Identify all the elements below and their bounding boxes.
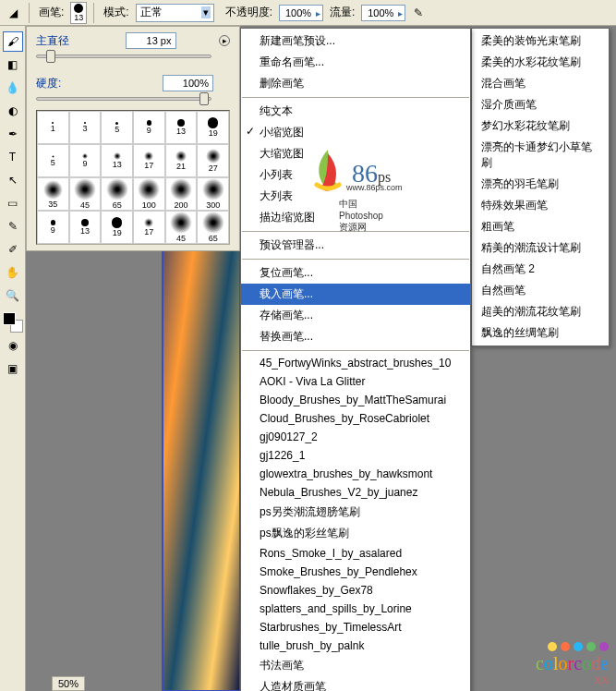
menu-item[interactable]: 载入画笔... (241, 284, 470, 305)
menu-item[interactable]: ps另类潮流翅膀笔刷 (241, 502, 470, 523)
zoom-tool[interactable]: 🔍 (3, 285, 23, 306)
menu-item[interactable]: Rons_Smoke_I_by_asalared (241, 544, 470, 563)
brush-preset[interactable]: 9 (69, 144, 102, 177)
options-bar: ◢ 画笔: 13 模式: 正常 不透明度: 100% 流量: 100% ✎ (0, 0, 616, 26)
fg-bg-swatch[interactable] (3, 312, 23, 333)
brush-preset[interactable]: 5 (37, 144, 69, 177)
menu-item[interactable]: 新建画笔预设... (241, 30, 470, 52)
flyout-menu-icon[interactable]: ▸ (219, 35, 230, 46)
brush-preset[interactable]: 19 (101, 211, 133, 244)
blur-tool[interactable]: 💧 (3, 78, 23, 98)
diameter-slider[interactable] (36, 55, 211, 58)
zoom-readout[interactable]: 50% (52, 676, 85, 691)
menu-item[interactable]: Starbrushes_by_TimelessArt (241, 618, 470, 636)
hand-tool[interactable]: ✋ (3, 262, 23, 283)
brush-preset[interactable]: 200 (165, 177, 198, 211)
menu-item[interactable]: glowextra_brushes_by_hawksmont (241, 465, 470, 483)
submenu-item[interactable]: 自然画笔 2 (472, 259, 609, 280)
menu-item[interactable]: 替换画笔... (241, 326, 470, 347)
submenu-item[interactable]: 飘逸的丝绸笔刷 (472, 322, 609, 344)
eyedropper-tool[interactable]: ✐ (3, 239, 23, 260)
menu-item[interactable]: gj1226_1 (241, 446, 470, 465)
hardness-slider[interactable] (36, 97, 211, 101)
brush-preset[interactable]: 13 (165, 111, 198, 144)
menu-item[interactable]: 复位画笔... (241, 262, 470, 284)
tool-preset-icon[interactable]: ◢ (4, 4, 22, 22)
screen-mode-icon[interactable]: ▣ (3, 358, 23, 379)
submenu-item[interactable]: 超美的潮流花纹笔刷 (472, 301, 609, 322)
menu-item[interactable]: 小列表 (241, 164, 470, 186)
brush-preset[interactable]: 13 (101, 144, 133, 177)
brush-preset[interactable]: 65 (197, 211, 229, 244)
menu-item[interactable]: 预设管理器... (241, 235, 470, 256)
brush-preset[interactable]: 19 (197, 111, 229, 144)
brush-preset[interactable]: 45 (69, 177, 102, 211)
submenu-item[interactable]: 混合画笔 (472, 73, 609, 94)
submenu-item[interactable]: 漂亮的卡通梦幻小草笔刷 (472, 137, 609, 174)
submenu-item[interactable]: 柔美的水彩花纹笔刷 (472, 52, 609, 73)
submenu-item[interactable]: 柔美的装饰光束笔刷 (472, 30, 609, 52)
menu-item[interactable]: 书法画笔 (241, 655, 470, 676)
menu-item[interactable]: Nebula_Brushes_V2_by_juanez (241, 483, 470, 502)
blend-mode-select[interactable]: 正常 (136, 4, 214, 22)
brush-tool[interactable]: 🖌 (3, 31, 23, 52)
hardness-input[interactable]: 100% (163, 75, 213, 91)
flow-input[interactable]: 100% (361, 5, 405, 21)
brush-preset[interactable]: 300 (197, 177, 229, 211)
opacity-input[interactable]: 100% (279, 5, 323, 21)
shape-tool[interactable]: ▭ (3, 193, 23, 213)
brush-preset[interactable]: 5 (101, 111, 133, 144)
menu-item[interactable]: ps飘逸的彩丝笔刷 (241, 523, 470, 544)
submenu-item[interactable]: 精美的潮流设计笔刷 (472, 237, 609, 259)
type-tool[interactable]: T (3, 147, 23, 167)
brush-preset[interactable]: 9 (37, 211, 69, 244)
menu-item[interactable]: Snowflakes_by_Gex78 (241, 581, 470, 600)
pen-tool[interactable]: ✒ (3, 124, 23, 144)
menu-item[interactable]: tulle_brush_by_palnk (241, 636, 470, 655)
airbrush-icon[interactable]: ✎ (409, 4, 428, 22)
menu-item[interactable]: 大列表 (241, 186, 470, 207)
brush-preset[interactable]: 35 (37, 177, 69, 211)
brush-preset[interactable]: 13 (69, 211, 102, 244)
brush-preset[interactable]: 1 (37, 111, 69, 144)
menu-item[interactable]: Smoke_Brushes_by_Pendlehex (241, 563, 470, 581)
menu-item[interactable]: 小缩览图 (241, 122, 470, 143)
brush-preset[interactable]: 65 (101, 177, 133, 211)
dodge-tool[interactable]: ◐ (3, 101, 23, 121)
menu-item[interactable]: 大缩览图 (241, 143, 470, 164)
submenu-item[interactable]: 自然画笔 (472, 280, 609, 301)
menu-item[interactable]: Cloud_Brushes_by_RoseCabriolet (241, 409, 470, 428)
brush-preset-grid[interactable]: 1359131959131721273545651002003009131917… (36, 110, 230, 245)
menu-item[interactable]: 存储画笔... (241, 305, 470, 326)
submenu-item[interactable]: 粗画笔 (472, 216, 609, 237)
submenu-item[interactable]: 湿介质画笔 (472, 94, 609, 115)
brush-preset[interactable]: 100 (133, 177, 165, 211)
menu-item[interactable]: 删除画笔 (241, 73, 470, 94)
menu-item[interactable]: gj090127_2 (241, 428, 470, 446)
brush-preset[interactable]: 27 (197, 144, 229, 177)
path-tool[interactable]: ↖ (3, 170, 23, 190)
notes-tool[interactable]: ✎ (3, 216, 23, 236)
diameter-input[interactable]: 13 px (126, 32, 176, 49)
brush-preset[interactable]: 21 (165, 144, 198, 177)
submenu-item[interactable]: 特殊效果画笔 (472, 195, 609, 216)
menu-item[interactable]: Bloody_Brushes_by_MattTheSamurai (241, 391, 470, 409)
menu-item[interactable]: 45_FortwyWinks_abstract_brushes_10 (241, 354, 470, 372)
brush-preset[interactable]: 9 (133, 111, 165, 144)
quick-mask-icon[interactable]: ◉ (3, 335, 23, 356)
submenu-item[interactable]: 梦幻水彩花纹笔刷 (472, 115, 609, 137)
menu-item[interactable]: AOKI - Viva La Glitter (241, 372, 470, 391)
menu-item[interactable]: 人造材质画笔 (241, 676, 470, 691)
gradient-tool[interactable]: ◧ (3, 55, 23, 75)
menu-item[interactable]: 重命名画笔... (241, 52, 470, 73)
brush-preset-picker[interactable]: 13 (70, 2, 87, 24)
menu-item[interactable]: 纯文本 (241, 101, 470, 122)
brush-preset[interactable]: 17 (133, 211, 165, 244)
brush-preset[interactable]: 17 (133, 144, 165, 177)
brush-preset[interactable]: 3 (69, 111, 102, 144)
submenu-item[interactable]: 漂亮的羽毛笔刷 (472, 174, 609, 195)
menu-item[interactable]: 描边缩览图 (241, 207, 470, 228)
brush-preset[interactable]: 45 (165, 211, 198, 244)
foreground-color[interactable] (3, 312, 16, 325)
menu-item[interactable]: splatters_and_spills_by_Lorine (241, 600, 470, 618)
